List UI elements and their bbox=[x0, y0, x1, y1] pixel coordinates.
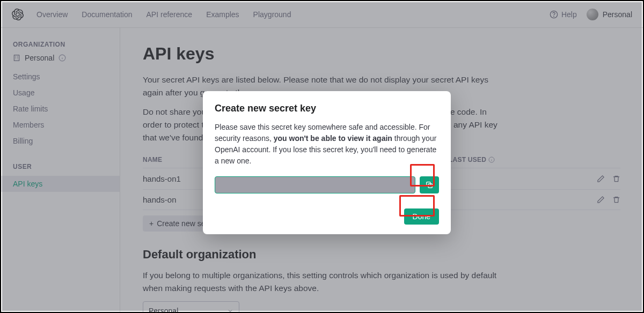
done-button[interactable]: Done bbox=[404, 208, 439, 225]
modal-title: Create new secret key bbox=[215, 103, 439, 114]
copy-icon bbox=[425, 181, 434, 189]
modal-description: Please save this secret key somewhere sa… bbox=[215, 122, 439, 167]
secret-key-field[interactable] bbox=[215, 176, 415, 193]
create-key-modal: Create new secret key Please save this s… bbox=[203, 91, 451, 234]
copy-key-button[interactable] bbox=[420, 176, 439, 193]
